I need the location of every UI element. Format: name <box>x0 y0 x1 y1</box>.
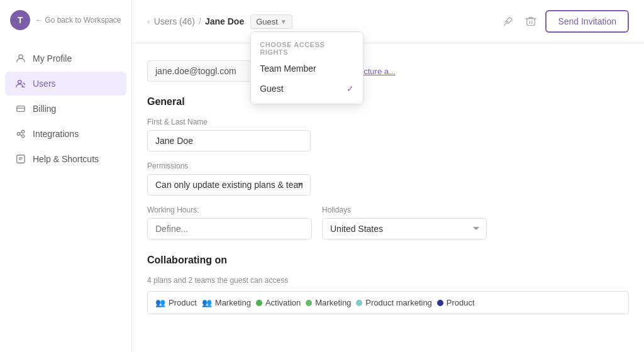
sidebar-item-label: My Profile <box>33 53 72 63</box>
sidebar-item-label: Integrations <box>33 129 79 139</box>
general-section: General First & Last Name Permissions Ca… <box>147 96 629 250</box>
main-content: jane.doe@toggl.com Edit display picture … <box>132 43 644 329</box>
person-icon <box>15 53 26 64</box>
holidays-label: Holidays <box>322 206 487 214</box>
logo-icon: T <box>10 10 30 30</box>
first-last-name-input[interactable] <box>147 130 311 151</box>
main-header: ‹ Users (46) / Jane Doe Guest ▼ CHOOSE A… <box>132 0 644 43</box>
svg-point-5 <box>21 135 24 137</box>
collab-tags-container: 👥 Product 👥 Marketing Activation Marketi… <box>147 291 629 314</box>
access-rights-dropdown: CHOOSE ACCESS RIGHTS Team Member Guest ✓ <box>250 31 364 104</box>
sidebar: T ← Go back to Workspace My Profile <box>0 0 132 352</box>
collab-tag-label: Marketing <box>215 298 251 307</box>
svg-point-1 <box>18 80 21 84</box>
sidebar-item-label: Billing <box>33 104 56 114</box>
permissions-group: Permissions Can only update existing pla… <box>147 162 629 195</box>
working-hours-group: Working Hours: <box>147 206 312 239</box>
users-icon <box>15 78 26 89</box>
send-invitation-button[interactable]: Send Invitation <box>545 10 629 33</box>
collab-tag-marketing-team: 👥 Marketing <box>202 298 251 307</box>
role-wrapper: Guest ▼ CHOOSE ACCESS RIGHTS Team Member… <box>250 14 292 29</box>
plan-dot <box>306 300 312 306</box>
breadcrumb-current-user: Jane Doe <box>205 16 244 26</box>
collaborating-sub: 4 plans and 2 teams the guest can access <box>147 276 629 285</box>
svg-rect-7 <box>527 19 535 26</box>
collab-tag-label: Product <box>169 298 197 307</box>
team-icon: 👥 <box>202 298 212 307</box>
back-to-workspace-link[interactable]: ← Go back to Workspace <box>35 16 121 25</box>
collab-tag-product-marketing: Product marketing <box>356 298 432 307</box>
collab-tag-activation: Activation <box>256 298 301 307</box>
holidays-select[interactable]: United States United Kingdom Germany Non… <box>322 218 487 239</box>
user-info-row: jane.doe@toggl.com Edit display picture … <box>147 58 629 84</box>
sidebar-item-billing[interactable]: Billing <box>5 97 126 121</box>
first-last-name-group: First & Last Name <box>147 118 629 151</box>
collab-tag-marketing-plan: Marketing <box>306 298 351 307</box>
dropdown-item-label: Team Member <box>260 63 316 74</box>
team-icon: 👥 <box>155 298 165 307</box>
working-hours-holidays-row: Working Hours: Holidays United States Un… <box>147 206 487 250</box>
plan-dot <box>356 300 362 306</box>
permissions-label: Permissions <box>147 162 629 170</box>
breadcrumb-separator: / <box>199 16 201 26</box>
main-area: ‹ Users (46) / Jane Doe Guest ▼ CHOOSE A… <box>132 0 644 352</box>
breadcrumb-back-icon: ‹ <box>147 16 150 26</box>
sidebar-item-integrations[interactable]: Integrations <box>5 122 126 146</box>
delete-button[interactable] <box>523 13 539 30</box>
sidebar-logo-area: T ← Go back to Workspace <box>0 0 131 40</box>
header-actions: Send Invitation <box>500 10 629 33</box>
sidebar-item-label: Users <box>33 79 56 89</box>
pin-button[interactable] <box>500 13 516 30</box>
general-section-title: General <box>147 96 629 107</box>
collab-tag-label: Activation <box>265 298 301 307</box>
dropdown-item-label: Guest <box>260 84 283 94</box>
working-hours-input[interactable] <box>147 218 312 239</box>
collab-tag-product-team: 👥 Product <box>155 298 197 307</box>
sidebar-item-help-shortcuts[interactable]: Help & Shortcuts <box>5 147 126 171</box>
collab-tag-label: Product marketing <box>365 298 432 307</box>
check-icon: ✓ <box>347 84 354 94</box>
sidebar-item-label: Help & Shortcuts <box>33 154 99 164</box>
svg-point-4 <box>21 130 24 133</box>
chevron-down-icon: ▼ <box>280 18 287 25</box>
role-badge[interactable]: Guest ▼ <box>250 14 292 29</box>
svg-point-3 <box>17 133 19 135</box>
role-label: Guest <box>256 17 278 26</box>
breadcrumb: ‹ Users (46) / Jane Doe Guest ▼ CHOOSE A… <box>147 14 292 29</box>
permissions-select[interactable]: Can only update existing plans & teams F… <box>147 174 311 195</box>
sidebar-nav: My Profile Users Billing <box>0 40 131 352</box>
collab-tag-label: Product <box>447 298 475 307</box>
help-icon <box>15 153 26 165</box>
dropdown-item-team-member[interactable]: Team Member <box>251 58 363 79</box>
plan-dot <box>437 300 443 306</box>
collaborating-title: Collaborating on <box>147 255 629 266</box>
svg-rect-2 <box>17 106 25 112</box>
breadcrumb-users-link[interactable]: Users (46) <box>154 16 195 26</box>
plan-dot <box>256 300 262 306</box>
holidays-group: Holidays United States United Kingdom Ge… <box>322 206 487 239</box>
working-hours-label: Working Hours: <box>147 206 312 214</box>
svg-rect-6 <box>17 155 25 163</box>
integrations-icon <box>15 128 26 140</box>
dropdown-header-label: CHOOSE ACCESS RIGHTS <box>251 37 363 58</box>
first-last-name-label: First & Last Name <box>147 118 629 126</box>
collab-tag-label: Marketing <box>315 298 351 307</box>
dropdown-item-guest[interactable]: Guest ✓ <box>251 79 363 99</box>
sidebar-item-users[interactable]: Users <box>5 72 126 96</box>
collab-tag-product-plan: Product <box>437 298 475 307</box>
collaborating-section: Collaborating on 4 plans and 2 teams the… <box>147 255 629 314</box>
sidebar-item-my-profile[interactable]: My Profile <box>5 47 126 70</box>
billing-icon <box>15 103 26 114</box>
